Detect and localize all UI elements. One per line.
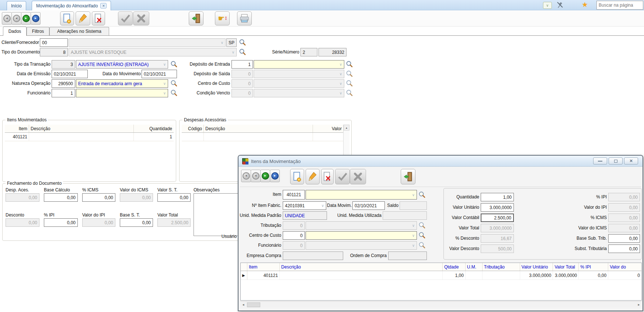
funcionario-code[interactable]: 1: [52, 89, 75, 97]
select-pointer-button[interactable]: ☛⁞: [215, 11, 230, 25]
base-calculo-field[interactable]: 0,00: [44, 193, 78, 202]
previous-record-button[interactable]: ◄: [11, 12, 21, 25]
tab-movimentacao[interactable]: Movimentação do Almoxarifado ✕: [32, 1, 111, 10]
subst-tributaria-field[interactable]: 0,00: [608, 245, 640, 253]
search-input[interactable]: [596, 1, 643, 10]
tipo-documento-search-icon[interactable]: [239, 48, 246, 56]
valor-contabil-field[interactable]: 2.500,00: [481, 214, 514, 222]
close-tab-icon[interactable]: ✕: [100, 3, 107, 8]
modal-exit-button[interactable]: [401, 169, 415, 184]
cliente-fornecedor-search-icon[interactable]: [239, 39, 246, 46]
dropdown-icon: ∨: [411, 223, 415, 228]
close-button[interactable]: ✕: [624, 157, 638, 164]
base-st-field[interactable]: 0,00: [120, 218, 153, 227]
tab-inicio[interactable]: Início: [7, 1, 26, 10]
modal-confirm-button[interactable]: [335, 169, 350, 184]
scroll-up-icon[interactable]: ▲: [344, 125, 349, 131]
cancel-button[interactable]: [133, 11, 149, 25]
funcionario-search-icon[interactable]: [170, 89, 178, 97]
num-item-fabric-combo[interactable]: 42010391∨: [283, 201, 326, 210]
print-button[interactable]: [237, 11, 252, 25]
centro-custo-search-icon[interactable]: [346, 80, 353, 87]
dropdown-icon[interactable]: ∨: [162, 62, 166, 66]
natureza-operacao-code[interactable]: 290500: [52, 79, 75, 88]
perc-icms-field[interactable]: 0,00: [82, 193, 115, 202]
tab-filtros[interactable]: Filtros: [27, 27, 49, 35]
data-movimento-field[interactable]: 02/10/2021: [142, 70, 177, 78]
exit-button[interactable]: [189, 11, 203, 25]
modal-last-record-button[interactable]: ►: [270, 170, 280, 182]
modal-item-search-icon[interactable]: [418, 191, 426, 198]
maximize-button[interactable]: [609, 157, 623, 164]
exit-door-icon: [191, 13, 201, 24]
next-record-button[interactable]: ►: [21, 12, 31, 25]
deposito-entrada-code[interactable]: 1: [232, 60, 253, 69]
favorite-star-icon[interactable]: ★: [582, 1, 588, 8]
modal-edit-record-button[interactable]: [306, 169, 320, 184]
modal-tributacao-search-icon[interactable]: [418, 222, 426, 229]
col-descricao: Descrição: [204, 125, 313, 132]
condicao-vencto-search-icon[interactable]: [346, 89, 353, 97]
tipo-transacao-combo[interactable]: AJUSTE INVENTÁRIO (ENTRADA)∨: [76, 60, 168, 69]
base-sub-trib-field[interactable]: 0,00: [608, 234, 640, 243]
saldo-field: [400, 201, 427, 210]
minimize-button[interactable]: [593, 157, 607, 164]
dropdown-icon[interactable]: ∨: [320, 204, 324, 208]
modal-previous-record-button[interactable]: ◄: [251, 170, 261, 182]
modal-first-record-button[interactable]: ◄: [241, 170, 251, 182]
modal-delete-record-button[interactable]: [321, 169, 334, 184]
modal-next-record-button[interactable]: ►: [260, 170, 270, 182]
scroll-left-icon[interactable]: ◄: [240, 302, 246, 308]
table-row[interactable]: 401121 1: [5, 133, 174, 141]
modal-cancel-button[interactable]: [350, 169, 366, 184]
first-record-button[interactable]: ◄: [2, 12, 12, 25]
valor-st-field[interactable]: 0,00: [157, 193, 191, 202]
modal-perc-icms-field: 0,00: [608, 214, 640, 222]
modal-centro-custo-search-icon[interactable]: [418, 232, 426, 239]
last-record-button[interactable]: ►: [31, 12, 41, 25]
tab-alteracoes-no-sistema[interactable]: Alterações no Sistema: [49, 27, 109, 35]
data-movim-field[interactable]: 02/10/2021: [352, 201, 385, 210]
cliente-fornecedor-code[interactable]: 00: [40, 38, 68, 47]
natureza-operacao-search-icon[interactable]: [170, 80, 178, 87]
valor-unitario-field[interactable]: 3.000,0000: [481, 203, 514, 212]
modal-item-combo[interactable]: ∨: [306, 190, 417, 200]
dropdown-icon[interactable]: ∨: [411, 193, 415, 197]
scrollbar-thumb[interactable]: [247, 302, 260, 307]
deposito-entrada-search-icon[interactable]: [346, 60, 353, 68]
dropdown-icon[interactable]: ∨: [162, 82, 166, 86]
dropdown-icon[interactable]: ∨: [162, 91, 166, 95]
tab-inicio-label: Início: [11, 3, 22, 8]
last-record-icon: ►: [271, 172, 279, 180]
unpin-icon[interactable]: [556, 1, 564, 10]
delete-record-button[interactable]: [92, 11, 105, 25]
confirm-button[interactable]: [118, 11, 133, 25]
dropdown-icon[interactable]: ∨: [411, 233, 415, 238]
edit-record-button[interactable]: [76, 11, 90, 25]
scroll-right-icon[interactable]: ►: [636, 302, 642, 308]
natureza-operacao-combo[interactable]: Entrada de mercadoria arm gera∨: [76, 79, 168, 88]
tipo-transacao-search-icon[interactable]: [170, 60, 178, 68]
quantidade-field[interactable]: 1,00: [481, 193, 514, 201]
funcionario-combo[interactable]: ∨: [76, 89, 168, 97]
modal-horizontal-scrollbar[interactable]: ◄ ►: [240, 301, 642, 308]
close-icon: ✕: [629, 159, 633, 163]
data-emissao-field[interactable]: 02/10/2021: [52, 70, 88, 78]
tab-dados[interactable]: Dados: [3, 27, 27, 36]
collapse-panel-button[interactable]: ∨: [543, 2, 552, 9]
new-record-button[interactable]: [60, 11, 74, 25]
modal-item-code[interactable]: 401121: [283, 190, 305, 200]
deposito-entrada-combo[interactable]: ∨: [254, 60, 344, 69]
table-row[interactable]: ▶ 401121 1,00 3.000,0000 3.000,0000 0,00…: [241, 271, 641, 280]
col-quantidade: Quantidade: [134, 125, 174, 132]
deposito-saida-search-icon[interactable]: [346, 70, 353, 77]
dialog-title-bar[interactable]: Itens da Movimentação ✕: [239, 156, 643, 167]
perc-ipi-field[interactable]: 0,00: [44, 218, 78, 227]
modal-funcionario-search-icon[interactable]: [418, 242, 426, 249]
dropdown-icon[interactable]: ∨: [338, 62, 342, 66]
modal-centro-custo-combo[interactable]: ∨: [306, 231, 417, 240]
modal-centro-custo-code[interactable]: 0: [283, 231, 305, 240]
observacoes-field[interactable]: [194, 193, 239, 236]
modal-new-record-button[interactable]: [290, 169, 304, 184]
table-row-empty[interactable]: [182, 133, 343, 141]
